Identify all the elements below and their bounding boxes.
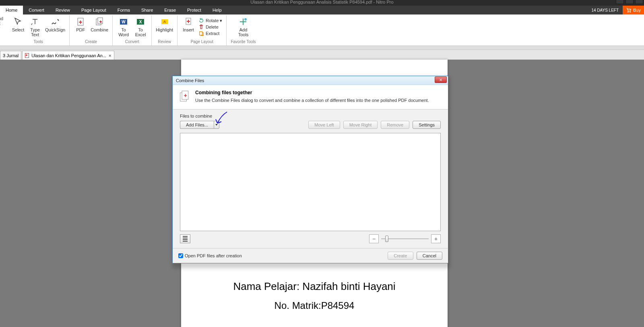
group-label-review: Review [158, 39, 171, 45]
to-excel-label: To Excel [135, 27, 146, 37]
group-label-tools: Tools [33, 39, 43, 45]
delete-tool[interactable]: Delete [198, 24, 222, 30]
ribbon-group-convert: W To Word X To Excel Convert [113, 15, 152, 46]
close-window-button[interactable] [635, 0, 643, 4]
insert-label: Insert [183, 27, 194, 32]
combine-label: Combine [91, 27, 108, 32]
pdf-icon [76, 17, 85, 27]
menu-tab-share[interactable]: Share [136, 6, 159, 14]
rotate-tool[interactable]: Rotate ▾ [198, 18, 222, 23]
cancel-button[interactable]: Cancel [417, 252, 442, 260]
menu-strip: Home Convert Review Page Layout Forms Sh… [0, 6, 644, 14]
select-tool[interactable]: Select [11, 17, 25, 37]
menu-tab-forms[interactable]: Forms [112, 6, 136, 14]
move-right-button[interactable]: Move Right [343, 121, 378, 129]
word-icon: W [119, 17, 128, 27]
extract-icon [198, 31, 204, 36]
create-button[interactable]: Create [388, 252, 413, 260]
page-line-nama: Nama Pelajar: Nazifah binti Hayani [181, 280, 448, 293]
ribbon-group-page-layout: Insert Rotate ▾ Delete Extract Page Layo… [178, 15, 227, 46]
menu-tab-convert[interactable]: Convert [23, 6, 50, 14]
add-files-dropdown[interactable] [214, 121, 219, 129]
svg-point-1 [630, 12, 631, 12]
group-label-page-layout: Page Layout [191, 39, 213, 45]
list-view-button[interactable] [180, 234, 190, 243]
file-list[interactable] [180, 133, 441, 231]
list-view-icon [183, 236, 188, 242]
move-left-button[interactable]: Move Left [308, 121, 340, 129]
type-text-tool[interactable]: Type Text [28, 17, 42, 37]
ribbon-group-favorite-tools: Add Tools Favorite Tools [227, 15, 260, 46]
svg-text:X: X [139, 20, 142, 24]
highlight-tool[interactable]: A Highlight [156, 17, 173, 32]
type-text-label: Type Text [30, 27, 40, 37]
doctab-close-icon[interactable]: × [109, 53, 111, 58]
svg-text:A: A [163, 20, 166, 24]
to-word-tool[interactable]: W To Word [117, 17, 130, 37]
ribbon: nd t ▾ Select Type Text QuickSign Tools … [0, 14, 644, 46]
open-after-checkbox-input[interactable] [178, 253, 183, 258]
menu-tab-erase[interactable]: Erase [159, 6, 182, 14]
group-label-convert: Convert [125, 39, 139, 45]
menu-tab-page-layout[interactable]: Page Layout [76, 6, 112, 14]
document-tabstrip: 3 Jurnal Ulasan dan Kritikan Penggunaan … [0, 50, 644, 60]
rotate-icon [198, 18, 204, 23]
extract-tool[interactable]: Extract [198, 31, 222, 36]
menu-tab-home[interactable]: Home [0, 6, 23, 14]
excel-icon: X [136, 17, 145, 27]
cursor-icon [13, 17, 23, 27]
combine-files-dialog: Combine Files ✕ Combining files together… [172, 76, 448, 263]
insert-tool[interactable]: Insert [182, 17, 195, 32]
dialog-title: Combine Files [176, 78, 204, 83]
document-area: Nama Pelajar: Nazifah binti Hayani No. M… [0, 60, 644, 327]
open-after-label: Open PDF files after creation [185, 253, 242, 258]
ribbon-group-create: PDF Combine Create [70, 15, 113, 46]
add-files-button[interactable]: Add Files... [180, 121, 214, 129]
zoom-in-button[interactable]: + [431, 234, 441, 243]
hand-tool-clipped[interactable]: nd t ▾ [0, 23, 6, 35]
doctab-3-jurnal[interactable]: 3 Jurnal [0, 51, 21, 60]
minimize-button[interactable] [616, 0, 624, 4]
window-title: Ulasan dan Kritikan Penggunaan Analisis … [250, 0, 393, 4]
dialog-description: Combining files together Use the Combine… [173, 85, 448, 110]
maximize-button[interactable] [625, 0, 634, 4]
hand-tool-frag-bot: t [0, 21, 0, 26]
svg-point-13 [244, 18, 247, 21]
combine-tool[interactable]: Combine [91, 17, 108, 32]
add-tools-icon [238, 17, 248, 27]
files-to-combine-label: Files to combine [180, 114, 441, 118]
open-after-checkbox[interactable]: Open PDF files after creation [178, 253, 242, 258]
doctab-ulasan[interactable]: Ulasan dan Kritikan Penggunaan An... × [22, 51, 114, 60]
svg-point-0 [627, 12, 628, 12]
group-label-create: Create [85, 39, 97, 45]
dialog-titlebar[interactable]: Combine Files ✕ [173, 76, 448, 85]
to-excel-tool[interactable]: X To Excel [134, 17, 147, 37]
pdf-label: PDF [76, 27, 85, 32]
select-label: Select [12, 27, 25, 32]
dialog-close-button[interactable]: ✕ [435, 77, 447, 83]
buy-button[interactable]: Buy [623, 6, 644, 14]
zoom-slider-thumb[interactable] [385, 236, 388, 242]
quicksign-tool[interactable]: QuickSign [45, 17, 65, 37]
svg-text:W: W [122, 20, 126, 24]
add-tools[interactable]: Add Tools [236, 17, 250, 37]
window-controls [616, 0, 643, 4]
menu-tab-help[interactable]: Help [207, 6, 227, 14]
delete-icon [198, 24, 204, 30]
doctab-label-0: 3 Jurnal [3, 53, 19, 58]
dialog-heading: Combining files together [195, 90, 429, 95]
menu-tab-review[interactable]: Review [50, 6, 76, 14]
ribbon-collapse-strip [0, 46, 644, 50]
combine-files-icon [179, 90, 190, 103]
highlight-icon: A [160, 17, 169, 27]
pdf-file-icon [25, 53, 29, 58]
buy-label: Buy [633, 8, 641, 12]
zoom-slider[interactable] [381, 234, 429, 243]
add-tools-label: Add Tools [238, 27, 249, 37]
pdf-tool[interactable]: PDF [74, 17, 87, 32]
settings-button[interactable]: Settings [413, 121, 441, 129]
menu-tab-protect[interactable]: Protect [182, 6, 207, 14]
remove-button[interactable]: Remove [381, 121, 409, 129]
zoom-out-button[interactable]: − [369, 234, 379, 243]
rotate-label: Rotate ▾ [206, 18, 222, 23]
